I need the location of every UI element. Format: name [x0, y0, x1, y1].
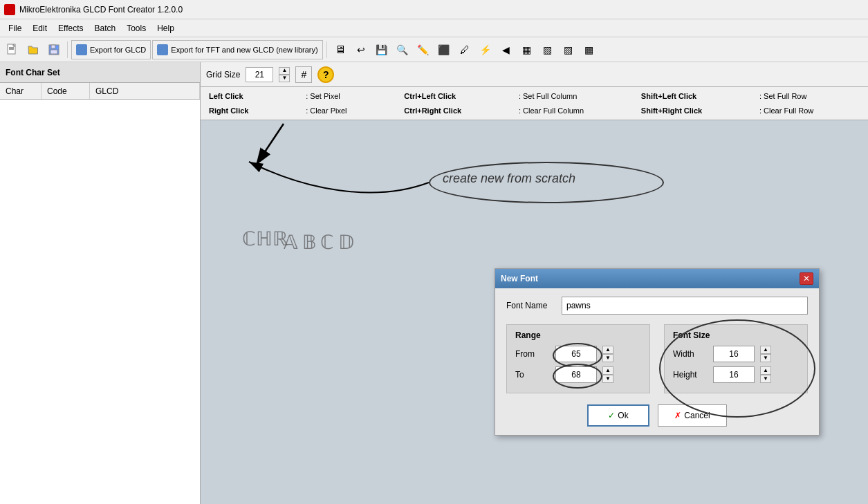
- sep2: [326, 41, 327, 58]
- menu-effects[interactable]: Effects: [53, 22, 89, 35]
- height-down[interactable]: ▼: [760, 375, 771, 383]
- export-glcd-button[interactable]: Export for GLCD: [71, 40, 151, 59]
- col-code: Code: [41, 83, 90, 99]
- export-tft-label: Export for TFT and new GLCD (new library…: [171, 46, 317, 54]
- width-input[interactable]: [713, 346, 755, 362]
- height-input[interactable]: [713, 366, 755, 383]
- col-glcd: GLCD: [90, 83, 200, 99]
- export-tft-icon: [157, 44, 168, 55]
- char-list[interactable]: [0, 100, 200, 504]
- font-size-legend: Font Size: [673, 330, 799, 340]
- from-spinner: ▲ ▼: [602, 346, 613, 362]
- toolbar-icon12[interactable]: ▨: [559, 40, 578, 59]
- toolbar-icon1[interactable]: 🖥: [331, 40, 350, 59]
- menu-tools[interactable]: Tools: [121, 22, 151, 35]
- grid-size-bar: Grid Size ▲ ▼ # ?: [201, 62, 868, 87]
- new-font-dialog[interactable]: New Font ✕ Font Name Range From: [495, 268, 820, 436]
- toolbar-icon8[interactable]: ⚡: [476, 40, 495, 59]
- export-tft-button[interactable]: Export for TFT and new GLCD (new library…: [152, 40, 322, 59]
- help-button[interactable]: ?: [317, 66, 334, 83]
- font-name-label: Font Name: [506, 301, 555, 310]
- range-group: Range From ▲ ▼ To: [506, 324, 650, 393]
- dialog-title-bar[interactable]: New Font ✕: [495, 269, 819, 288]
- menu-batch[interactable]: Batch: [89, 22, 122, 35]
- export-glcd-icon: [76, 44, 87, 55]
- to-input[interactable]: [555, 366, 597, 383]
- annotation-text: create new from scratch: [443, 171, 575, 186]
- toolbar-icon5[interactable]: ✏️: [414, 40, 433, 59]
- save-button[interactable]: [44, 40, 64, 59]
- cancel-button[interactable]: ✗ Cancel: [658, 404, 727, 427]
- from-circle: [555, 346, 597, 362]
- hint-right-click-desc: : Clear Pixel: [306, 106, 393, 115]
- toolbar-icon2[interactable]: ↩: [351, 40, 371, 59]
- to-down[interactable]: ▼: [602, 375, 613, 383]
- svg-rect-5: [51, 45, 55, 48]
- height-label: Height: [673, 370, 708, 380]
- grid-size-input[interactable]: [246, 67, 273, 82]
- range-legend: Range: [515, 330, 641, 340]
- left-panel-header: Font Char Set: [0, 62, 200, 83]
- to-up[interactable]: ▲: [602, 366, 613, 375]
- app-title: MikroElektronika GLCD Font Creator 1.2.0…: [19, 5, 183, 15]
- toolbar-icon10[interactable]: ▦: [517, 40, 537, 59]
- title-bar: MikroElektronika GLCD Font Creator 1.2.0…: [0, 0, 868, 19]
- hint-ctrl-right-key: Ctrl+Right Click: [404, 106, 508, 115]
- from-input[interactable]: [555, 346, 597, 362]
- toolbar-icon11[interactable]: ▧: [538, 40, 557, 59]
- toolbar-icon9[interactable]: ◀: [497, 40, 516, 59]
- grid-size-up[interactable]: ▲: [279, 67, 290, 75]
- dialog-title: New Font: [501, 274, 538, 283]
- grid-toggle-button[interactable]: #: [295, 66, 312, 83]
- ok-button[interactable]: ✓ Ok: [587, 404, 649, 427]
- width-down[interactable]: ▼: [760, 354, 771, 362]
- left-panel-columns: Char Code GLCD: [0, 83, 200, 100]
- grid-size-down[interactable]: ▼: [279, 75, 290, 82]
- grid-size-label: Grid Size: [206, 70, 240, 80]
- hint-shift-left-key: Shift+Left Click: [641, 92, 748, 100]
- from-up[interactable]: ▲: [602, 346, 613, 354]
- app-icon: [4, 4, 15, 15]
- dialog-close-button[interactable]: ✕: [800, 272, 813, 285]
- hint-shift-right-desc: : Clear Full Row: [759, 106, 860, 115]
- toolbar-icon7[interactable]: 🖊: [455, 40, 474, 59]
- toolbar-icon13[interactable]: ▩: [580, 40, 599, 59]
- dialog-body: Font Name Range From ▲ ▼: [495, 288, 819, 435]
- from-label: From: [515, 349, 550, 359]
- char-sketch-chr: ℂℍℝ: [242, 227, 288, 250]
- toolbar-icon6[interactable]: ⬛: [434, 40, 454, 59]
- col-char: Char: [0, 83, 41, 99]
- height-spinner: ▲ ▼: [760, 366, 771, 383]
- dialog-buttons: ✓ Ok ✗ Cancel: [506, 404, 808, 427]
- font-name-row: Font Name: [506, 297, 808, 315]
- hint-shift-left-desc: : Set Full Row: [759, 92, 860, 100]
- hint-left-click-key: Left Click: [209, 92, 295, 100]
- toolbar-icon3[interactable]: 💾: [372, 40, 391, 59]
- height-up[interactable]: ▲: [760, 366, 771, 375]
- new-button[interactable]: [3, 40, 22, 59]
- open-button[interactable]: [24, 40, 43, 59]
- menu-file[interactable]: File: [3, 22, 27, 35]
- width-label: Width: [673, 349, 708, 359]
- from-down[interactable]: ▼: [602, 354, 613, 362]
- height-row: Height ▲ ▼: [673, 366, 799, 383]
- annotation-oval: [429, 162, 664, 203]
- from-row: From ▲ ▼: [515, 346, 641, 362]
- to-row: To ▲ ▼: [515, 366, 641, 383]
- width-row: Width ▲ ▼: [673, 346, 799, 362]
- svg-line-7: [256, 124, 284, 165]
- width-up[interactable]: ▲: [760, 346, 771, 354]
- to-spinner: ▲ ▼: [602, 366, 613, 383]
- menu-help[interactable]: Help: [151, 22, 180, 35]
- toolbar-icon4[interactable]: 🔍: [393, 40, 412, 59]
- toolbar: Export for GLCD Export for TFT and new G…: [0, 37, 868, 62]
- menu-edit[interactable]: Edit: [27, 22, 53, 35]
- menu-bar: File Edit Effects Batch Tools Help: [0, 19, 868, 37]
- to-circle: [555, 366, 597, 383]
- grid-size-spinner: ▲ ▼: [279, 67, 290, 82]
- char-sketch-abcd: 𝔸𝔹ℂ𝔻: [284, 231, 358, 254]
- width-spinner: ▲ ▼: [760, 346, 771, 362]
- sep1: [67, 41, 68, 58]
- font-name-input[interactable]: [562, 297, 808, 315]
- font-size-group: Font Size Width ▲ ▼ Height ▲: [664, 324, 808, 393]
